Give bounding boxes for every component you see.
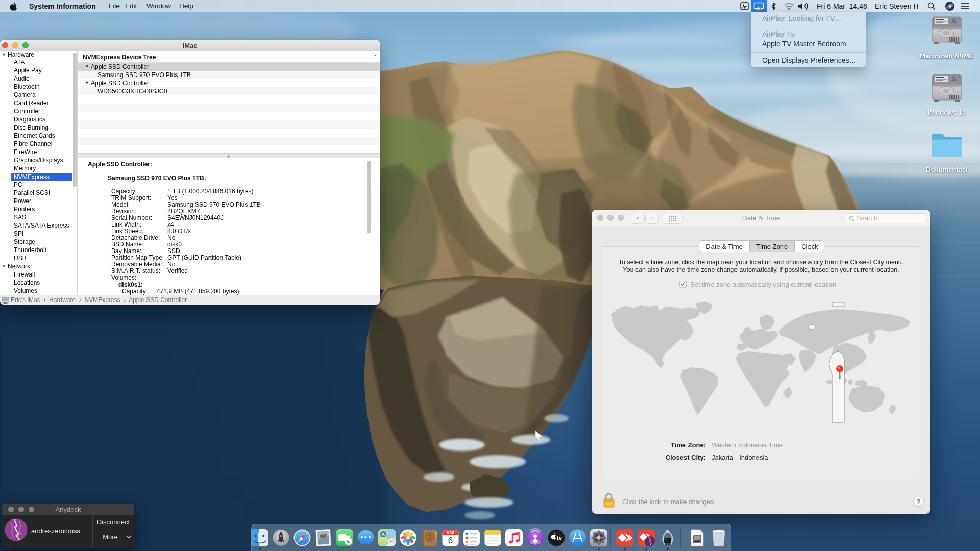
svg-text:tv: tv [557, 535, 562, 541]
svg-text:MAR: MAR [447, 531, 454, 534]
svg-text:6: 6 [448, 536, 453, 545]
svg-text:A: A [382, 532, 385, 537]
svg-text:30: 30 [389, 540, 394, 543]
